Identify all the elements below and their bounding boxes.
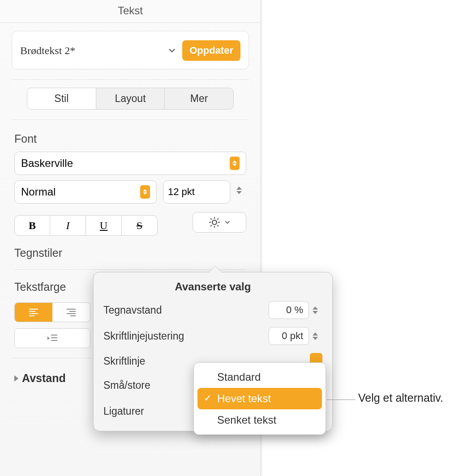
tab-layout[interactable]: Layout bbox=[96, 88, 165, 109]
font-size-value: 12 pkt bbox=[168, 186, 195, 198]
chevron-down-icon bbox=[168, 47, 176, 55]
baseline-shift-stepper[interactable] bbox=[313, 328, 322, 344]
disclosure-triangle-icon bbox=[14, 375, 18, 382]
font-size-field[interactable]: 12 pkt bbox=[163, 180, 230, 204]
gear-icon bbox=[208, 216, 221, 229]
step-down-icon bbox=[313, 311, 318, 314]
callout-text: Velg et alternativ. bbox=[358, 391, 443, 404]
text-format-group: B I U S bbox=[14, 215, 158, 236]
callout-leader-line bbox=[327, 400, 356, 400]
paragraph-style-card: Brødtekst 2* Oppdater bbox=[12, 31, 249, 69]
align-left-button[interactable] bbox=[15, 303, 52, 322]
step-down-icon bbox=[236, 191, 242, 194]
baseline-shift-label: Skriftlinjejustering bbox=[103, 330, 184, 342]
align-left-icon bbox=[29, 309, 38, 316]
bold-button[interactable]: B bbox=[14, 215, 50, 236]
baseline-dropdown-menu: Standard Hevet tekst Senket tekst bbox=[193, 362, 326, 435]
chevron-down-icon bbox=[224, 219, 231, 225]
baseline-label: Skriftlinje bbox=[103, 355, 145, 367]
indent-icon bbox=[47, 334, 58, 343]
italic-button[interactable]: I bbox=[50, 215, 86, 236]
tab-mer[interactable]: Mer bbox=[165, 88, 233, 109]
align-right-button[interactable] bbox=[52, 303, 90, 322]
align-right-icon bbox=[67, 309, 76, 316]
tracking-row: Tegnavstand 0 % bbox=[103, 301, 322, 319]
step-down-icon bbox=[313, 337, 318, 340]
strikethrough-button[interactable]: S bbox=[122, 215, 158, 236]
step-up-icon bbox=[236, 187, 242, 190]
tracking-stepper[interactable] bbox=[313, 302, 322, 318]
panel-title: Tekst bbox=[0, 0, 261, 23]
font-size-stepper[interactable] bbox=[236, 180, 246, 200]
baseline-shift-row: Skriftlinjejustering 0 pkt bbox=[103, 327, 322, 345]
advanced-options-button[interactable] bbox=[193, 212, 246, 233]
font-weight-value: Normal bbox=[21, 186, 56, 198]
baseline-option-hevet-tekst[interactable]: Hevet tekst bbox=[197, 388, 322, 409]
font-weight-select[interactable]: Normal bbox=[14, 180, 157, 204]
svg-line-7 bbox=[210, 225, 211, 226]
font-family-select[interactable]: Baskerville bbox=[14, 152, 246, 175]
strikethrough-icon: S bbox=[137, 220, 142, 232]
tab-stil[interactable]: Stil bbox=[27, 88, 96, 109]
svg-line-8 bbox=[217, 218, 218, 219]
svg-line-5 bbox=[210, 218, 211, 219]
ligatures-label: Ligaturer bbox=[103, 405, 144, 417]
step-up-icon bbox=[313, 306, 318, 310]
capitalization-label: Små/store bbox=[103, 379, 150, 391]
italic-icon: I bbox=[66, 220, 70, 232]
update-style-button[interactable]: Oppdater bbox=[182, 40, 240, 61]
divider bbox=[12, 79, 249, 80]
svg-point-0 bbox=[212, 220, 217, 225]
spacing-label: Avstand bbox=[22, 372, 66, 385]
svg-line-6 bbox=[217, 225, 218, 226]
paragraph-style-value: Brødtekst 2* bbox=[20, 45, 75, 57]
text-color-label: Tekstfarge bbox=[14, 280, 66, 293]
tracking-field[interactable]: 0 % bbox=[269, 301, 309, 319]
step-up-icon bbox=[313, 332, 318, 336]
paragraph-style-select[interactable]: Brødtekst 2* bbox=[20, 45, 176, 57]
character-styles-label: Tegnstiler bbox=[14, 246, 62, 259]
baseline-option-standard[interactable]: Standard bbox=[197, 366, 322, 388]
popover-title: Avanserte valg bbox=[103, 280, 322, 293]
stepper-icon bbox=[140, 185, 150, 199]
underline-icon: U bbox=[100, 220, 107, 232]
stepper-icon bbox=[230, 157, 240, 170]
font-section-label: Font bbox=[14, 132, 246, 145]
baseline-option-senket-tekst[interactable]: Senket tekst bbox=[197, 409, 322, 431]
indent-button[interactable] bbox=[15, 329, 90, 348]
font-family-value: Baskerville bbox=[21, 157, 73, 170]
tracking-label: Tegnavstand bbox=[103, 304, 162, 316]
indent-group bbox=[14, 328, 90, 348]
alignment-group bbox=[14, 302, 90, 322]
bold-icon: B bbox=[29, 220, 36, 232]
baseline-shift-field[interactable]: 0 pkt bbox=[269, 327, 309, 345]
inspector-tabs: Stil Layout Mer bbox=[27, 88, 234, 110]
underline-button[interactable]: U bbox=[86, 215, 122, 236]
